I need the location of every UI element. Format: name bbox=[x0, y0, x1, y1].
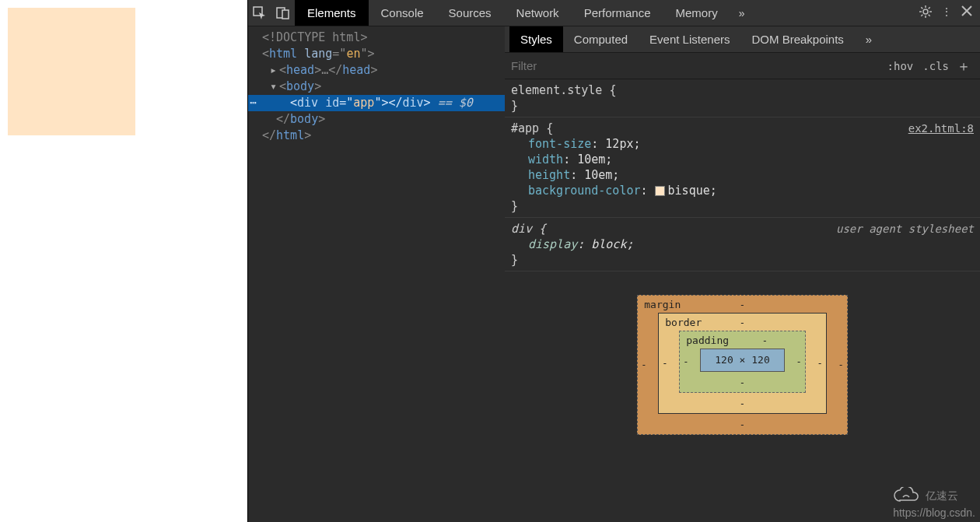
app-element[interactable] bbox=[8, 8, 135, 135]
styles-panel: Styles Computed Event Listeners DOM Brea… bbox=[505, 26, 980, 522]
menu-icon[interactable]: ⋮ bbox=[941, 5, 952, 20]
dom-head[interactable]: ▸<head>…</head> bbox=[248, 62, 505, 79]
svg-point-3 bbox=[923, 9, 928, 14]
dom-tree[interactable]: <!DOCTYPE html> <html lang="en"> ▸<head>… bbox=[248, 26, 505, 522]
rule-element-style[interactable]: element.style { } bbox=[505, 79, 980, 117]
tab-sources[interactable]: Sources bbox=[436, 0, 504, 26]
svg-rect-2 bbox=[282, 10, 289, 19]
bm-content-size: 120 × 120 bbox=[700, 349, 784, 372]
dom-html-open[interactable]: <html lang="en"> bbox=[248, 46, 505, 62]
cloud-icon bbox=[893, 487, 919, 506]
bm-padding-label: padding bbox=[686, 333, 729, 349]
stab-styles[interactable]: Styles bbox=[509, 26, 563, 52]
stab-event-listeners[interactable]: Event Listeners bbox=[639, 26, 740, 52]
styles-filter-row: :hov .cls ＋ bbox=[505, 53, 980, 79]
devtools-main-toolbar: Elements Console Sources Network Perform… bbox=[248, 0, 980, 26]
cls-toggle[interactable]: .cls bbox=[918, 60, 954, 72]
devtools-tab-group: Elements Console Sources Network Perform… bbox=[295, 0, 754, 26]
watermark-brand: 亿速云 bbox=[926, 489, 958, 502]
settings-icon[interactable] bbox=[919, 5, 932, 20]
styles-filter-input[interactable] bbox=[511, 59, 883, 72]
page-preview bbox=[0, 0, 247, 522]
rule-app[interactable]: ex2.html:8 #app { font-size: 12px; width… bbox=[505, 117, 980, 218]
close-icon[interactable] bbox=[961, 5, 972, 20]
inspect-element-icon[interactable] bbox=[248, 0, 271, 26]
rule-origin-ua: user agent stylesheet bbox=[836, 221, 974, 236]
dom-html-close[interactable]: </html> bbox=[248, 128, 505, 144]
new-style-rule-icon[interactable]: ＋ bbox=[954, 57, 974, 75]
hov-toggle[interactable]: :hov bbox=[883, 60, 919, 72]
tab-performance[interactable]: Performance bbox=[572, 0, 663, 26]
rule-origin-link[interactable]: ex2.html:8 bbox=[908, 121, 974, 136]
dom-body-close[interactable]: </body> bbox=[248, 111, 505, 128]
styles-tab-group: Styles Computed Event Listeners DOM Brea… bbox=[505, 26, 980, 53]
device-toolbar-icon[interactable] bbox=[271, 0, 295, 26]
tabs-overflow-icon[interactable]: » bbox=[730, 0, 754, 26]
dom-doctype[interactable]: <!DOCTYPE html> bbox=[248, 30, 505, 46]
color-swatch-bisque[interactable] bbox=[655, 186, 665, 196]
dom-body-open[interactable]: ▾<body> bbox=[248, 79, 505, 95]
stab-dom-breakpoints[interactable]: DOM Breakpoints bbox=[740, 26, 854, 52]
tab-memory[interactable]: Memory bbox=[663, 0, 730, 26]
stabs-overflow-icon[interactable]: » bbox=[855, 26, 883, 52]
tab-network[interactable]: Network bbox=[504, 0, 572, 26]
devtools-panel: Elements Console Sources Network Perform… bbox=[247, 0, 980, 522]
bm-margin-label: margin bbox=[644, 297, 681, 313]
dom-selected-div[interactable]: <div id="app"></div> == $0 bbox=[248, 95, 505, 111]
rule-div-ua[interactable]: user agent stylesheet div { display: blo… bbox=[505, 218, 980, 272]
watermark-url: https://blog.csdn. bbox=[893, 506, 975, 519]
stab-computed[interactable]: Computed bbox=[563, 26, 639, 52]
tab-elements[interactable]: Elements bbox=[295, 0, 369, 26]
tab-console[interactable]: Console bbox=[369, 0, 436, 26]
watermark: 亿速云 https://blog.csdn. bbox=[893, 487, 975, 519]
bm-border-label: border bbox=[665, 315, 702, 331]
box-model[interactable]: margin - - - - border - - - - padding bbox=[505, 272, 980, 466]
